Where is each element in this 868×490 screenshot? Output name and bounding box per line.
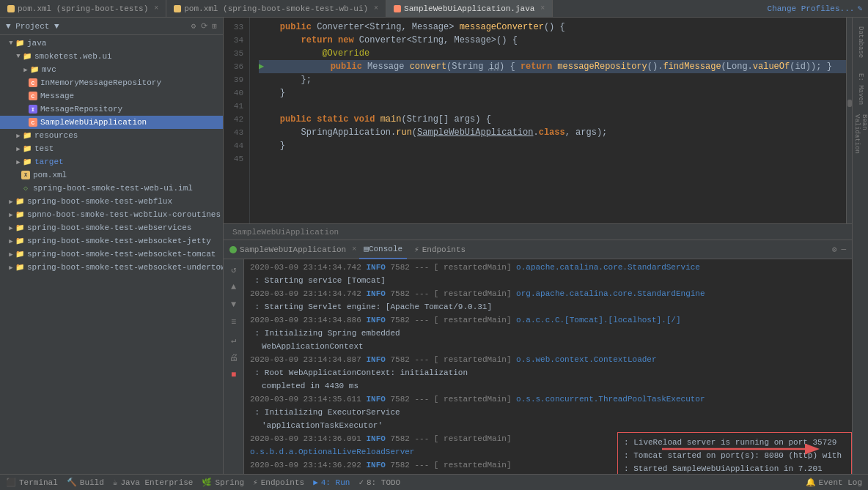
stop-btn[interactable]: ■ [227,368,241,382]
run-body: ↺ ▲ ▼ ≡ ↵ 🖨 ■ 2020-03-09 23:14:34.742 IN… [224,259,852,474]
tree-item-mvc[interactable]: ▶ 📁 mvc [0,63,223,76]
tree-item-websocket-jetty[interactable]: ▶ 📁 spring-boot-smoke-test-websocket-jet… [0,234,223,248]
tree-arrow-websocket-jetty: ▶ [7,237,15,245]
sidebar-bean-validation[interactable]: Bean Validation [854,114,867,158]
folder-icon-test: 📁 [22,144,32,153]
code-line-33: public Converter<String, Message> messag… [259,21,846,34]
xml-icon-2 [174,5,181,12]
endpoints-status-label: Endpoints [261,478,304,487]
tree-item-iml[interactable]: ◇ spring-boot-smoke-test-web-ui.iml [0,182,223,195]
tree-item-webflux[interactable]: ▶ 📁 spring-boot-smoke-test-webflux [0,195,223,208]
folder-icon-smoketest: 📁 [22,52,32,61]
tab-pom-tests[interactable]: pom.xml (spring-boot-tests) × [0,0,166,17]
folder-icon-webflux-coroutines: 📁 [15,210,25,219]
status-terminal[interactable]: ⬛ Terminal [6,478,58,487]
minimize-icon[interactable]: — [841,245,846,254]
run-status-label: 4: Run [321,478,350,487]
right-sidebar: Database E: Maven Bean Validation [852,18,868,474]
tab-sample-app-close[interactable]: × [540,4,545,12]
terminal-label: Terminal [19,478,58,487]
status-build[interactable]: 🔨 Build [67,478,104,487]
tree-label-iml: spring-boot-smoke-test-web-ui.iml [33,184,193,193]
run-label: SampleWebUIApplication × [229,245,356,254]
log-line-2: 2020-03-09 23:14:34.742 INFO 7582 --- [ … [250,287,852,313]
todo-label: 8: TODO [367,478,400,487]
build-label: Build [80,478,104,487]
scrollbar-thumb [847,100,852,107]
status-spring[interactable]: 🌿 Spring [202,478,244,487]
status-todo[interactable]: ✓ 8: TODO [358,478,400,487]
code-line-40: } [259,86,846,100]
console-label: Console [369,245,402,253]
tree-item-smoketest[interactable]: ▼ 📁 smoketest.web.ui [0,50,223,63]
wrap-btn[interactable]: ↵ [227,333,241,347]
settings-icon[interactable]: ⚙ [832,245,837,254]
tree-item-test[interactable]: ▶ 📁 test [0,142,223,155]
line-numbers: 33 34 35 36 39 40 41 42 43 44 45 [224,18,250,223]
tree-item-resources[interactable]: ▶ 📁 resources [0,129,223,142]
endpoints-label: Endpoints [422,245,466,254]
tab-console[interactable]: ▤ Console [359,240,407,259]
tree-label-pom: pom.xml [33,171,67,179]
tree-item-webservices[interactable]: ▶ 📁 spring-boot-smoke-test-webservices [0,221,223,234]
pencil-icon: ✎ [857,4,862,13]
scroll-down-btn[interactable]: ▼ [227,297,241,312]
tab-endpoints[interactable]: ⚡ Endpoints [410,240,470,259]
tree-item-webflux-coroutines[interactable]: ▶ 📁 spnno-boot-smoke-test-wcbtlux-corout… [0,208,223,221]
sidebar-database[interactable]: Database [854,21,867,64]
folder-icon-websocket-undertow: 📁 [15,263,25,272]
scroll-up-btn[interactable]: ▲ [227,280,241,294]
log-line-5: 2020-03-09 23:14:35.611 INFO 7582 --- [ … [250,393,852,419]
change-profiles[interactable]: Change Profiles... ✎ [762,0,868,17]
log-line-6: 2020-03-09 23:14:36.091 INFO 7582 --- [ … [250,432,614,459]
restart-btn[interactable]: ↺ [227,262,241,277]
tree-item-samplewebui[interactable]: C SampleWebUiApplication [0,116,223,129]
folder-icon-webflux: 📁 [15,197,25,206]
tree-arrow-mvc: ▶ [22,66,29,74]
tree-item-pom[interactable]: X pom.xml [0,168,223,182]
log-line-1: 2020-03-09 23:14:34.742 INFO 7582 --- [ … [250,261,852,287]
print-btn[interactable]: 🖨 [227,350,241,365]
tree-label-webservices: spring-boot-smoke-test-webservices [27,223,191,232]
sidebar-maven[interactable]: E: Maven [854,67,867,111]
tab-pom-ui[interactable]: pom.xml (spring-boot-smoke-test-wb-ui) × [166,0,386,17]
class-icon-message: C [28,92,38,100]
change-profiles-label: Change Profiles... [768,4,855,13]
tree-item-message[interactable]: C Message [0,89,223,103]
tree-item-target[interactable]: ▶ 📁 target [0,155,223,168]
editor-breadcrumb: SampleWebUiApplication [224,223,852,240]
java-icon-tab [394,5,401,12]
status-endpoints[interactable]: ⚡ Endpoints [253,478,304,487]
tree-item-websocket-undertow[interactable]: ▶ 📁 spring-boot-smoke-test-websocket-und… [0,261,223,274]
code-line-39: }; [259,73,846,86]
tree-arrow-websocket-undertow: ▶ [7,264,15,272]
status-right: 🔔 Event Log [806,478,862,487]
code-line-35: @Override [259,47,846,60]
status-java-enterprise[interactable]: ☕ Java Enterprise [113,478,194,487]
log-continuation-3: WebApplicationContext [250,340,852,353]
run-status-icon: ▶ [313,478,318,487]
run-close[interactable]: × [352,245,356,253]
tree-arrow-websocket-tomcat: ▶ [7,250,15,259]
tree-content[interactable]: ▼ 📁 java ▼ 📁 smoketest.web.ui ▶ 📁 mvc C … [0,35,223,474]
editor-scrollbar[interactable] [846,18,852,223]
tree-label-smoketest: smoketest.web.ui [34,52,112,61]
main-area: ▼ Project ▼ ⚙ ⟳ ⊞ ▼ 📁 java ▼ 📁 smoketest… [0,18,868,474]
tree-arrow-test: ▶ [15,145,22,153]
status-event-log[interactable]: 🔔 Event Log [806,478,862,487]
tree-item-inmemory[interactable]: C InMemoryMessageRepository [0,76,223,89]
tree-item-java[interactable]: ▼ 📁 java [0,37,223,50]
run-panel: SampleWebUIApplication × ▤ Console ⚡ End… [224,240,852,474]
tree-item-messagerepository[interactable]: I MessageRepository [0,103,223,116]
tree-label-websocket-undertow: spring-boot-smoke-test-websocket-underto… [27,263,223,272]
tree-label-resources: resources [34,131,78,140]
tab-pom-tests-close[interactable]: × [154,4,158,12]
status-run[interactable]: ▶ 4: Run [313,478,350,487]
tabs-bar: pom.xml (spring-boot-tests) × pom.xml (s… [0,0,868,18]
tab-pom-ui-close[interactable]: × [374,4,378,12]
tree-item-websocket-tomcat[interactable]: ▶ 📁 spring-boot-smoke-test-websocket-tom… [0,248,223,261]
folder-icon-websocket-tomcat: 📁 [15,250,25,259]
left-log-section: 2020-03-09 23:14:36.091 INFO 7582 --- [ … [250,432,614,474]
tab-sample-app[interactable]: SampleWebUiApplication.java × [386,0,553,17]
filter-btn[interactable]: ≡ [227,315,241,330]
